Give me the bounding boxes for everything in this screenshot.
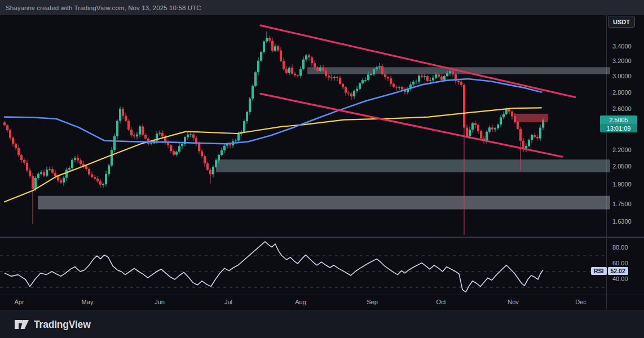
symbol-badge-label: USDT — [613, 19, 630, 25]
time-axis-label: Dec — [575, 299, 586, 305]
symbol-badge[interactable]: USDT — [608, 16, 635, 28]
rsi-pane[interactable] — [0, 239, 606, 295]
rsi-label: RSI — [591, 267, 607, 275]
rsi-axis-label: 40.00 — [612, 275, 628, 282]
footer-bar: TradingView — [0, 310, 644, 338]
time-axis-label: Oct — [436, 299, 445, 305]
main-price-pane[interactable] — [0, 15, 606, 237]
price-axis-label: 1.9000 — [612, 181, 632, 188]
time-axis-label: May — [82, 299, 94, 305]
last-price-value: 2.5005 — [600, 115, 637, 124]
attribution-text: Shayannv created with TradingView.com, N… — [6, 5, 201, 11]
brand-name[interactable]: TradingView — [34, 319, 91, 331]
price-axis-label: 2.0500 — [612, 163, 632, 170]
time-axis-label: Jun — [155, 299, 165, 305]
price-axis-label: 1.7500 — [612, 201, 632, 207]
pane-divider[interactable] — [0, 237, 644, 238]
time-axis-label: Apr — [14, 299, 24, 305]
time-axis-label: Jul — [224, 299, 232, 305]
last-price-badge: 2.5005 13:01:09 — [600, 115, 637, 132]
tradingview-logo-icon[interactable] — [14, 318, 29, 331]
tradingview-chart-window: Shayannv created with TradingView.com, N… — [0, 0, 644, 338]
time-axis-divider — [0, 295, 644, 295]
price-axis-label: 2.8000 — [612, 89, 632, 96]
rsi-axis-label: 80.00 — [612, 244, 628, 251]
price-axis-label: 1.6300 — [612, 218, 632, 225]
time-axis-label: Aug — [295, 299, 306, 305]
price-axis-label: 3.0000 — [612, 73, 632, 79]
price-axis-label: 3.2000 — [612, 57, 632, 64]
time-axis-label: Sep — [367, 299, 378, 305]
rsi-badge: RSI 52.02 — [591, 267, 628, 275]
rsi-value: 52.02 — [608, 267, 628, 275]
countdown-timer: 13:01:09 — [600, 124, 637, 132]
price-axis-label: 3.4000 — [612, 43, 632, 50]
rsi-axis-label: 60.00 — [612, 260, 628, 266]
price-axis-label: 2.6000 — [612, 105, 632, 112]
time-axis-label: Nov — [508, 299, 519, 305]
attribution-bar: Shayannv created with TradingView.com, N… — [0, 0, 644, 15]
price-axis-label: 2.2000 — [612, 146, 632, 153]
